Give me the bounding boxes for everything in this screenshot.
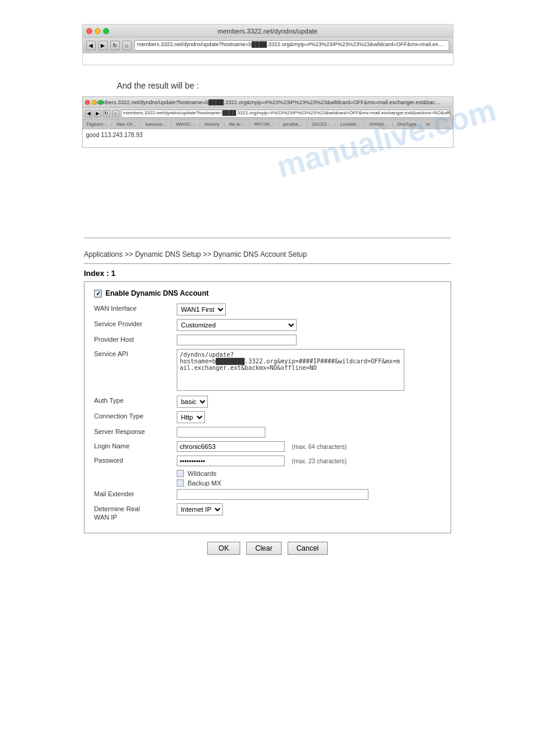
determine-wan-label: Determine RealWAN IP	[94, 503, 172, 522]
server-response-label: Server Response	[94, 427, 172, 435]
wildcards-row: Wildcards	[177, 470, 441, 477]
nested-tab-9[interactable]: 2012/2...	[310, 122, 333, 127]
nested-maximize-icon[interactable]	[98, 100, 103, 105]
clear-button[interactable]: Clear	[246, 542, 282, 555]
password-hint: (max. 23 characters)	[292, 458, 347, 464]
service-api-row: Service API /dyndns/update? hostname=b██…	[94, 349, 441, 392]
connection-type-row: Connection Type Http	[94, 411, 441, 423]
determine-wan-row: Determine RealWAN IP Internet IP	[94, 503, 441, 522]
minimize-button-icon[interactable]	[95, 28, 101, 34]
wan-interface-row: WAN Interface WAN1 First	[94, 303, 441, 315]
section-divider	[84, 238, 451, 238]
nested-tab-2[interactable]: Mac Of...	[114, 122, 137, 127]
form-container: ✓ Enable Dynamic DNS Account WAN Interfa…	[84, 281, 451, 533]
close-button-icon[interactable]	[86, 28, 92, 34]
back-button[interactable]: ◀	[86, 41, 96, 50]
wan-interface-select[interactable]: WAN1 First	[177, 303, 226, 315]
nested-tab-1[interactable]: Digicert...	[85, 122, 109, 127]
mail-extender-label: Mail Extender	[94, 489, 172, 497]
wildcards-checkbox[interactable]	[177, 470, 184, 477]
password-input[interactable]	[177, 456, 285, 466]
determine-wan-select[interactable]: Internet IP	[177, 503, 223, 515]
mail-extender-row: Mail Extender	[94, 489, 441, 500]
index-label: Index : 1	[84, 269, 451, 278]
nested-url-bar[interactable]: members.3322.net/dyndns/update?hostname=…	[121, 110, 451, 118]
provider-host-label: Provider Host	[94, 335, 172, 343]
service-provider-label: Service Provider	[94, 319, 172, 327]
wildcards-label: Wildcards	[188, 470, 216, 477]
nested-tab-6[interactable]: file:a/...	[227, 122, 246, 127]
nested-close-icon[interactable]	[85, 100, 90, 105]
browser-tabs: Digicert... | Mac Of... | kansour... | W…	[83, 120, 453, 129]
nested-tab-8[interactable]: picathe...	[281, 122, 304, 127]
nested-forward-button[interactable]: ▶	[94, 110, 101, 117]
nested-tab-13[interactable]: m	[424, 122, 432, 127]
service-provider-row: Service Provider Customized	[94, 319, 441, 331]
password-row: Password (max. 23 characters)	[94, 456, 441, 466]
login-name-input[interactable]	[177, 441, 285, 452]
browser-title: members.3322.net/dyndns/update	[217, 28, 318, 35]
password-label: Password	[94, 456, 172, 464]
nested-tab-10[interactable]: Locked...	[338, 122, 361, 127]
backup-mx-checkbox[interactable]	[177, 479, 184, 487]
provider-host-row: Provider Host members.3322.net	[94, 335, 441, 345]
result-line: good 113.243.178.93	[86, 132, 143, 138]
nested-browser: members.3322.net/dyndns/update?hostname=…	[82, 96, 454, 148]
service-provider-select[interactable]: Customized	[177, 319, 297, 331]
form-section-title-text: Enable Dynamic DNS Account	[105, 289, 208, 297]
backup-mx-label: Backup MX	[188, 479, 221, 487]
nested-back-button[interactable]: ◀	[85, 110, 92, 117]
breadcrumb: Applications >> Dynamic DNS Setup >> Dyn…	[84, 250, 451, 259]
nested-tab-3[interactable]: kansour...	[144, 122, 168, 127]
wan-interface-label: WAN Interface	[94, 303, 172, 312]
nested-tab-5[interactable]: History	[202, 122, 221, 127]
nested-tab-7[interactable]: RFC39...	[252, 122, 275, 127]
enable-ddns-checkbox[interactable]: ✓	[94, 290, 102, 297]
nested-minimize-icon[interactable]	[92, 100, 96, 105]
nested-home-button[interactable]: ⌂	[112, 110, 119, 117]
url-bar[interactable]: members.3322.net/dyndns/update?hostname=…	[134, 40, 449, 51]
auth-type-label: Auth Type	[94, 396, 172, 404]
section-divider-2	[84, 263, 451, 264]
nested-tab-12[interactable]: DnsType	[395, 122, 418, 127]
browser-content	[83, 53, 453, 65]
service-api-textarea[interactable]: /dyndns/update? hostname=b████████.3322.…	[177, 349, 404, 391]
auth-type-select[interactable]: basic	[177, 396, 208, 408]
server-response-row: Server Response	[94, 427, 441, 438]
server-response-input[interactable]	[177, 427, 265, 438]
login-name-hint: (max. 64 characters)	[292, 444, 347, 450]
provider-host-input[interactable]: members.3322.net	[177, 335, 297, 345]
maximize-button-icon[interactable]	[103, 28, 109, 34]
nested-refresh-button[interactable]: ↻	[103, 110, 110, 117]
auth-type-row: Auth Type basic	[94, 396, 441, 408]
forward-button[interactable]: ▶	[98, 41, 108, 50]
button-row: OK Clear Cancel	[12, 542, 523, 555]
result-text: And the result will be :	[117, 81, 523, 90]
nested-browser-result: good 113.243.178.93	[83, 129, 453, 147]
connection-type-select[interactable]: Http	[177, 411, 205, 423]
home-button[interactable]: ⌂	[122, 41, 132, 50]
nested-tab-11[interactable]: ####pi...	[368, 122, 390, 127]
cancel-button[interactable]: Cancel	[288, 542, 328, 555]
login-name-label: Login Name	[94, 441, 172, 450]
mail-extender-input[interactable]	[177, 489, 368, 500]
nested-tab-4[interactable]: WinXC...	[174, 122, 197, 127]
top-browser: members.3322.net/dyndns/update ◀ ▶ ↻ ⌂ m…	[82, 24, 454, 65]
refresh-button[interactable]: ↻	[110, 41, 120, 50]
connection-type-label: Connection Type	[94, 411, 172, 420]
service-api-label: Service API	[94, 349, 172, 357]
nested-browser-title: members.3322.net/dyndns/update?hostname=…	[94, 99, 442, 105]
backup-mx-row: Backup MX	[177, 479, 441, 487]
ok-button[interactable]: OK	[207, 542, 240, 555]
login-name-row: Login Name (max. 64 characters)	[94, 441, 441, 452]
